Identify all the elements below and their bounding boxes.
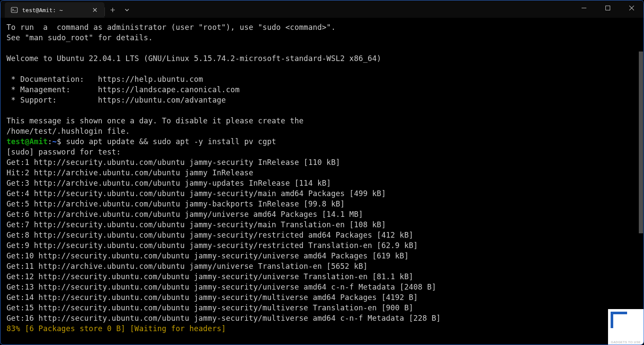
svg-rect-0 xyxy=(11,7,17,13)
command-text: sudo apt update && sudo apt -y install p… xyxy=(66,137,276,146)
terminal-output-area[interactable]: To run a command as administrator (user … xyxy=(0,18,644,345)
progress-line: 83% [6 Packages store 0 B] [Waiting for … xyxy=(7,324,226,333)
tab-close-button[interactable] xyxy=(91,6,99,14)
watermark-text: GADGETS TO USE xyxy=(608,341,644,344)
svg-rect-2 xyxy=(606,6,610,10)
prompt-path: ~ xyxy=(52,137,57,146)
svg-rect-1 xyxy=(582,8,586,8)
terminal-icon xyxy=(11,6,18,13)
terminal-tab[interactable]: test@Amit: ~ xyxy=(5,2,104,18)
vertical-scrollbar[interactable] xyxy=(638,18,644,345)
prompt-dollar: $ xyxy=(57,137,66,146)
minimize-button[interactable] xyxy=(572,0,596,15)
watermark-logo: GADGETS TO USE xyxy=(608,309,644,345)
motd-text: To run a command as administrator (user … xyxy=(7,23,381,135)
tab-dropdown-button[interactable] xyxy=(120,2,133,18)
tab-title: test@Amit: ~ xyxy=(22,7,86,13)
apt-output: [sudo] password for test: Get:1 http://s… xyxy=(7,148,441,322)
new-tab-button[interactable] xyxy=(105,2,120,18)
scrollbar-thumb[interactable] xyxy=(639,52,643,233)
window-close-button[interactable] xyxy=(620,0,644,15)
window-titlebar: test@Amit: ~ xyxy=(0,0,644,18)
prompt-user-host: test@Amit xyxy=(7,137,48,146)
prompt-sep: : xyxy=(48,137,52,146)
window-controls xyxy=(572,0,644,18)
maximize-button[interactable] xyxy=(596,0,620,15)
tab-strip: test@Amit: ~ xyxy=(0,0,133,18)
